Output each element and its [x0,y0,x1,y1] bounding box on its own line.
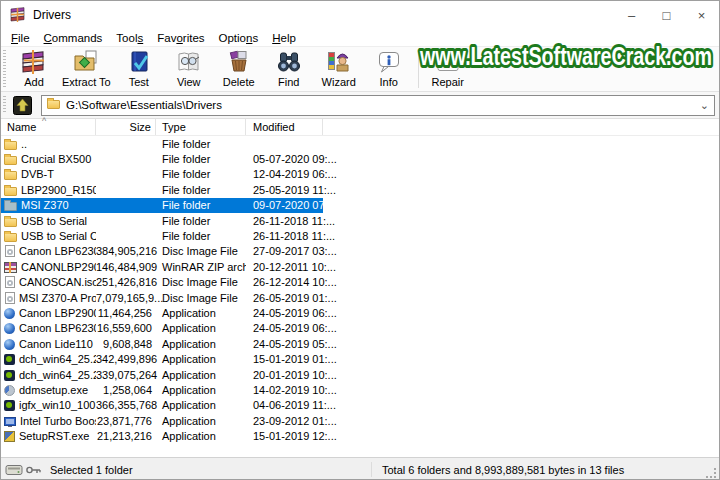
file-type: File folder [156,184,246,196]
file-row[interactable]: LBP2900_R150_V...File folder25-05-2019 1… [1,182,323,197]
extract-to-icon [72,48,100,76]
file-name: SetupRST.exe [19,430,89,442]
view-button[interactable]: View [164,48,214,89]
file-row[interactable]: USB to SerialFile folder26-11-2018 11:..… [1,213,323,228]
key-icon[interactable] [25,463,44,477]
menu-file[interactable]: File [4,32,37,44]
file-name: Canon Lide110 1... [19,338,96,350]
file-name: CANOSCAN.iso [19,276,96,288]
file-type: File folder [156,230,246,242]
file-row[interactable]: dch_win64_25.2...342,499,896Application1… [1,351,323,366]
repair-button[interactable]: Repair [423,48,473,89]
file-row[interactable]: Canon Lide110 1...9,608,848Application24… [1,336,323,351]
file-row[interactable]: Canon LBP6230...16,559,600Application24-… [1,321,323,336]
file-row[interactable]: igfx_win10_100....366,355,768Application… [1,398,323,413]
file-type: Application [156,307,246,319]
up-one-level-button[interactable] [13,96,33,115]
file-row[interactable]: ddmsetup.exe1,258,064Application14-02-20… [1,382,323,397]
winrar-window: Drivers – □ × FileCommandsToolsFavorites… [0,0,720,480]
file-modified: 20-12-2011 10:... [246,261,323,273]
folder-icon [4,156,17,165]
file-row[interactable]: MSI Z370-A Pro....7,079,165,9...Disc Ima… [1,290,323,305]
file-row[interactable]: MSI Z370File folder09-07-2020 07:... [1,198,323,213]
file-type: File folder [156,138,246,150]
column-header-size[interactable]: Size [96,119,156,135]
toolbar-separator [418,50,419,88]
add-button[interactable]: Add [9,48,59,89]
close-button[interactable]: × [684,1,719,29]
column-header-type[interactable]: Type [156,119,246,135]
address-path: G:\Software\Essentials\Drivers [66,99,222,111]
file-name-cell: ddmsetup.exe [1,384,96,396]
file-modified: 12-04-2019 06:... [246,168,323,180]
file-size: 16,559,600 [96,322,156,334]
column-header-name-label: Name [7,121,36,133]
delete-button[interactable]: Delete [214,48,264,89]
wizard-button[interactable]: Wizard [314,48,364,89]
toolbar-button-label: View [177,76,201,89]
file-name-cell: Canon Lide110 1... [1,338,96,350]
toolbar: AddExtract ToTestViewDeleteFindWizardInf… [1,46,719,92]
column-header-name[interactable]: ^ Name [1,119,96,135]
file-row[interactable]: Crucial BX500File folder05-07-2020 09:..… [1,151,323,166]
file-size: 9,608,848 [96,338,156,350]
file-modified: 27-09-2017 03:... [246,245,323,257]
file-type: Application [156,430,246,442]
toolbar-button-label: Extract To [62,76,111,89]
file-name-cell: USB to Serial Co... [1,230,96,242]
column-headers: ^ Name Size Type Modified [1,119,719,136]
menu-commands[interactable]: Commands [37,32,110,44]
toolbar-gripper[interactable] [3,50,6,88]
address-combo[interactable]: G:\Software\Essentials\Drivers ⌄ [41,95,715,116]
resize-grip[interactable] [706,468,717,479]
file-modified: 05-07-2020 09:... [246,153,323,165]
file-type: Application [156,322,246,334]
file-row[interactable]: DVB-TFile folder12-04-2019 06:... [1,167,323,182]
file-row[interactable]: Canon LBP6230....384,905,216Disc Image F… [1,244,323,259]
menu-help[interactable]: Help [265,32,303,44]
extract-to-button[interactable]: Extract To [59,48,114,89]
find-button[interactable]: Find [264,48,314,89]
nvidia-installer-icon [4,370,15,381]
file-row[interactable]: USB to Serial Co...File folder26-11-2018… [1,228,323,243]
file-name-cell: igfx_win10_100.... [1,399,96,411]
status-bar: Selected 1 folder Total 6 folders and 8,… [1,457,719,480]
file-name: Intel Turbo Boos... [20,415,96,427]
file-name-cell: dch_win64_25.2... [1,353,96,365]
winrar-archive-icon [4,262,17,273]
file-row[interactable]: dch_win64_25.2...339,075,264Application2… [1,367,323,382]
file-type: File folder [156,168,246,180]
info-button[interactable]: Info [364,48,414,89]
drive-icon[interactable] [5,463,24,477]
file-modified: 26-11-2018 11:... [246,215,323,227]
folder-icon [4,187,17,196]
menu-tools[interactable]: Tools [109,32,150,44]
menu-bar: FileCommandsToolsFavoritesOptionsHelp [1,29,719,46]
minimize-button[interactable]: – [614,1,649,29]
file-name: LBP2900_R150_V... [21,184,96,196]
info-icon [375,48,403,76]
file-row[interactable]: CANOSCAN.iso251,426,816Disc Image File26… [1,275,323,290]
menu-favorites[interactable]: Favorites [150,32,211,44]
column-header-modified[interactable]: Modified [246,119,323,135]
chevron-down-icon[interactable]: ⌄ [700,100,709,110]
file-row[interactable]: ..File folder [1,136,323,151]
file-name: dch_win64_25.2... [19,369,96,381]
addressbar-gripper[interactable] [3,96,6,114]
file-name: USB to Serial [21,215,87,227]
window-title: Drivers [33,8,71,22]
file-size: 251,426,816 [96,276,156,288]
file-size: 21,213,216 [96,430,156,442]
folder-icon [4,171,17,180]
file-row[interactable]: CANONLBP2900...146,484,909WinRAR ZIP arc… [1,259,323,274]
file-modified: 26-12-2014 10:... [246,276,323,288]
file-row[interactable]: Canon LBP2900....11,464,256Application24… [1,305,323,320]
file-row[interactable]: Intel Turbo Boos...23,871,776Application… [1,413,323,428]
maximize-button[interactable]: □ [649,1,684,29]
menu-options[interactable]: Options [212,32,266,44]
file-row[interactable]: SetupRST.exe21,213,216Application15-01-2… [1,428,323,443]
ddm-setup-icon [4,385,15,396]
nvidia-installer-icon [4,354,15,365]
test-button[interactable]: Test [114,48,164,89]
file-modified: 26-05-2019 01:... [246,292,323,304]
